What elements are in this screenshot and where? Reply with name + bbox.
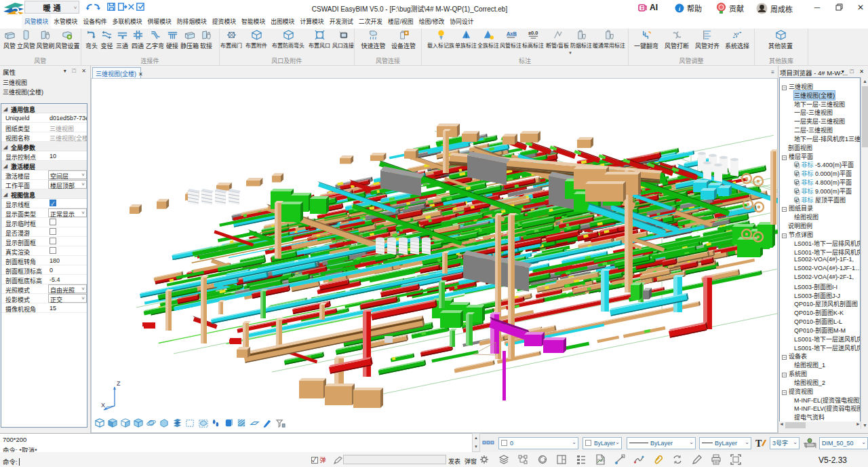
- svg-text:AxB: AxB: [506, 31, 516, 37]
- svg-text:DWG: DWG: [597, 459, 605, 462]
- svg-text:±0.0: ±0.0: [528, 30, 538, 36]
- svg-text:X: X: [101, 402, 105, 409]
- svg-text:Z: Z: [117, 380, 121, 387]
- svg-text:T: T: [755, 438, 762, 449]
